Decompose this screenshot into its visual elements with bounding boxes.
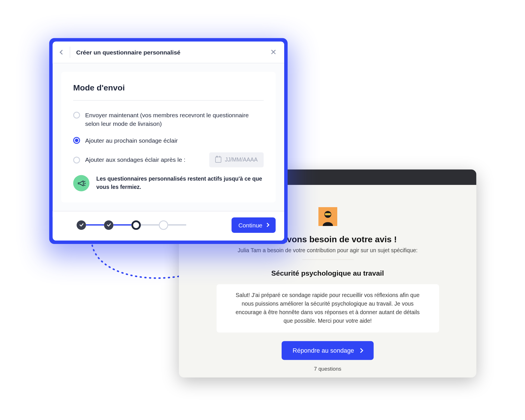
option-add-after[interactable]: Ajouter aux sondages éclair après le : J… xyxy=(73,152,264,167)
option-label: Ajouter au prochain sondage éclair xyxy=(85,136,178,144)
continue-label: Continue xyxy=(238,222,262,229)
option-add-next[interactable]: Ajouter au prochain sondage éclair xyxy=(73,136,264,144)
option-send-now[interactable]: Envoyer maintenant (vos membres recevron… xyxy=(73,111,264,128)
preview-message: Salut! J'ai préparé ce sondage rapide po… xyxy=(216,284,439,332)
divider xyxy=(302,259,353,260)
date-placeholder: JJ/MM/AAAA xyxy=(225,156,258,164)
divider xyxy=(73,100,264,101)
dialog-title: Créer un questionnaire personnalisé xyxy=(76,49,180,56)
connector xyxy=(141,224,159,226)
card-title: Mode d'envoi xyxy=(73,83,264,92)
chevron-right-icon xyxy=(265,223,269,227)
option-label: Envoyer maintenant (vos membres recevron… xyxy=(85,111,264,128)
connector xyxy=(86,224,104,226)
continue-button[interactable]: Continue xyxy=(231,217,276,233)
date-input[interactable]: JJ/MM/AAAA xyxy=(209,152,264,167)
radio-icon xyxy=(73,137,80,144)
preview-topic: Sécurité psychologique au travail xyxy=(271,269,384,278)
dialog-footer: Continue xyxy=(53,211,284,241)
create-poll-dialog: Créer un questionnaire personnalisé ✕ Mo… xyxy=(49,38,288,244)
stepper xyxy=(77,220,186,230)
dialog-header: Créer un questionnaire personnalisé ✕ xyxy=(53,42,284,64)
preview-subhead: Julia Tam a besoin de votre contribution… xyxy=(238,247,418,254)
option-label: Ajouter aux sondages éclair après le : xyxy=(85,156,185,164)
calendar-icon xyxy=(215,157,221,163)
step-1[interactable] xyxy=(77,220,86,230)
question-count: 7 questions xyxy=(314,366,341,372)
step-2[interactable] xyxy=(104,220,114,230)
info-row: Les questionnaires personnalisés restent… xyxy=(73,175,264,191)
back-icon[interactable] xyxy=(60,50,64,55)
svg-rect-2 xyxy=(325,213,331,215)
avatar xyxy=(318,207,337,226)
megaphone-icon xyxy=(73,175,90,191)
connector xyxy=(114,224,132,226)
respond-label: Répondre au sondage xyxy=(293,347,354,354)
radio-icon xyxy=(73,112,80,119)
connector xyxy=(168,224,186,226)
separator xyxy=(70,47,70,58)
info-text: Les questionnaires personnalisés restent… xyxy=(96,175,264,191)
chevron-right-icon xyxy=(358,348,363,353)
step-3[interactable] xyxy=(132,220,141,230)
radio-icon xyxy=(73,157,80,163)
step-4[interactable] xyxy=(159,220,168,230)
respond-button[interactable]: Répondre au sondage xyxy=(282,341,374,360)
delivery-mode-card: Mode d'envoi Envoyer maintenant (vos mem… xyxy=(61,72,276,202)
close-icon[interactable]: ✕ xyxy=(270,49,277,56)
